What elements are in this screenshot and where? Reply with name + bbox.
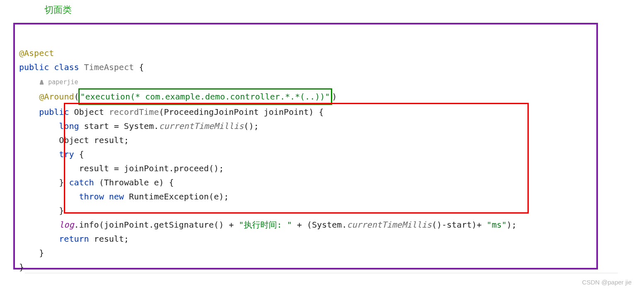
kw-long: long — [59, 121, 79, 131]
rte: RuntimeException(e); — [124, 192, 229, 202]
brace-close-method: } — [39, 248, 44, 258]
pointcut-box: "execution(* com.example.demo.controller… — [78, 88, 332, 105]
params: (ProceedingJoinPoint joinPoint) { — [159, 107, 323, 117]
ctm-tail: (); — [244, 121, 259, 131]
page-root: 切面类 切点表达式 通知 @Aspect public class TimeAs… — [0, 0, 644, 289]
kw-catch: catch — [69, 177, 94, 187]
class-name: TimeAspect — [84, 62, 134, 72]
try-tail: { — [74, 149, 84, 159]
mid: + (System. — [292, 220, 347, 230]
author-tag: paperjie — [39, 78, 78, 86]
annotation-around: @Around — [39, 92, 74, 102]
annotation-aspect: @Aspect — [19, 48, 54, 58]
brace-close-class: } — [19, 262, 24, 272]
close-catch: } — [59, 206, 64, 216]
return-tail: result; — [89, 234, 129, 244]
method-name: recordTime — [109, 107, 159, 117]
aspect-class-box: @Aspect public class TimeAspect { paperj… — [13, 23, 598, 270]
author-name: paperjie — [48, 78, 78, 86]
obj-result: Object result; — [59, 135, 129, 145]
pointcut-string: "execution(* com.example.demo.controller… — [80, 92, 330, 102]
catch-head: } — [59, 177, 69, 187]
tail2: ()-start)+ — [432, 220, 486, 230]
divider — [25, 273, 618, 273]
tail3: ); — [507, 220, 517, 230]
kw-throw: throw — [79, 192, 104, 202]
brace-open: { — [139, 62, 144, 72]
proceed-line: result = joinPoint.proceed(); — [59, 163, 224, 173]
code-block: @Aspect public class TimeAspect { paperj… — [19, 32, 592, 288]
str-exec: "执行时间: " — [239, 220, 292, 230]
catch-tail: (Throwable e) { — [94, 177, 174, 187]
return-type: Object — [74, 107, 104, 117]
info-head: .info(joinPoint.getSignature() + — [74, 220, 238, 230]
kw-class: class — [54, 62, 79, 72]
paren-close: ) — [332, 92, 337, 102]
start-assign: start = System. — [79, 121, 159, 131]
ctm: currentTimeMillis — [159, 121, 244, 131]
kw-public: public — [19, 62, 49, 72]
kw-return: return — [59, 234, 89, 244]
ctm2: currentTimeMillis — [347, 220, 432, 230]
watermark: CSDN @paper jie — [582, 277, 632, 288]
person-icon — [39, 79, 44, 85]
log-field: log — [59, 220, 74, 230]
kw-new: new — [109, 192, 124, 202]
kw-try: try — [59, 149, 74, 159]
label-aspect-class: 切面类 — [44, 2, 72, 17]
str-ms: "ms" — [487, 220, 507, 230]
kw-public2: public — [39, 107, 69, 117]
